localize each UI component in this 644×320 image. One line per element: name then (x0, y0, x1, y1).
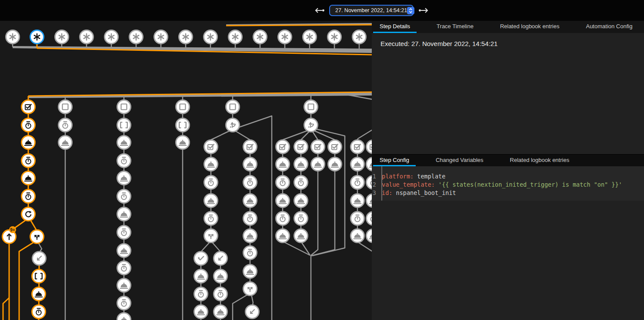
graph-node-square[interactable] (59, 100, 72, 114)
graph-node-timer[interactable] (276, 176, 290, 189)
graph-node-split[interactable] (204, 229, 218, 243)
graph-node-split[interactable] (30, 230, 44, 244)
tab-step-details[interactable]: Step Details (373, 21, 417, 33)
graph-node-bell[interactable] (294, 158, 308, 171)
graph-node-square[interactable] (117, 100, 131, 114)
graph-node-bell[interactable] (32, 287, 46, 301)
graph-node-check[interactable] (244, 140, 257, 154)
graph-node-asterisk[interactable] (55, 30, 69, 44)
graph-node-bell[interactable] (117, 244, 131, 257)
graph-node-timer[interactable] (244, 176, 257, 189)
graph-node-check[interactable] (328, 140, 342, 154)
graph-node-bell[interactable] (351, 194, 364, 208)
tab-step-config[interactable]: Step Config (373, 155, 416, 166)
graph-node-bell[interactable] (244, 229, 257, 243)
graph-node-bell[interactable] (117, 313, 131, 320)
graph-node-asterisk[interactable] (204, 30, 217, 44)
graph-node-timer[interactable] (22, 119, 35, 132)
graph-node-timer[interactable] (351, 212, 364, 225)
graph-node-bell[interactable] (294, 229, 308, 243)
graph-node-check[interactable] (22, 100, 35, 114)
graph-node-asterisk[interactable] (154, 30, 168, 44)
graph-node-split[interactable] (244, 282, 257, 296)
graph-node-bell[interactable] (328, 158, 342, 171)
graph-node-timer[interactable] (294, 212, 308, 225)
graph-node-asterisk[interactable] (6, 30, 20, 44)
graph-node-asterisk[interactable] (130, 30, 143, 44)
graph-node-bell[interactable] (194, 305, 208, 319)
graph-node-bell[interactable] (194, 270, 208, 283)
graph-node-bell[interactable] (117, 172, 131, 185)
graph-node-asterisk[interactable] (229, 30, 242, 44)
graph-node-asterisk[interactable] (278, 30, 292, 44)
graph-node-timer[interactable] (194, 287, 208, 301)
graph-node-dl[interactable] (33, 252, 46, 265)
graph-node-check[interactable] (294, 140, 308, 154)
graph-node-timer[interactable] (204, 212, 218, 225)
graph-node-bell[interactable] (276, 194, 290, 208)
graph-node-bell[interactable] (367, 194, 372, 208)
graph-node-square[interactable] (304, 100, 318, 114)
graph-node-timer[interactable] (351, 176, 364, 189)
graph-node-bell[interactable] (244, 158, 257, 171)
graph-node-bell[interactable] (311, 158, 325, 171)
graph-node-brackets[interactable] (32, 270, 46, 283)
graph-node-refresh[interactable] (22, 208, 35, 221)
graph-node-square[interactable] (226, 100, 240, 114)
graph-node-timer[interactable] (117, 297, 131, 310)
graph-node-timer[interactable] (117, 261, 131, 275)
graph-node-bell[interactable] (276, 158, 290, 171)
graph-node-bell[interactable] (59, 136, 72, 149)
graph-node-timer[interactable] (244, 246, 257, 260)
graph-node-timer[interactable] (367, 176, 372, 189)
graph-node-bell[interactable] (276, 229, 290, 243)
graph-node-timer[interactable] (204, 176, 218, 189)
graph-node-bell[interactable] (117, 208, 131, 221)
graph-node-check[interactable] (367, 140, 372, 154)
graph-node-check[interactable] (276, 140, 290, 154)
graph-node-bell[interactable] (351, 229, 364, 243)
graph-node-timer[interactable] (32, 305, 46, 319)
graph-node-bell[interactable] (204, 194, 218, 208)
graph-node-dl[interactable] (246, 305, 259, 319)
graph-node-timer[interactable] (22, 154, 35, 168)
graph-node-bell[interactable] (176, 136, 190, 149)
graph-node-timer[interactable] (367, 212, 372, 225)
graph-node-checkarrow[interactable] (194, 252, 208, 265)
graph-node-brackets[interactable] (117, 119, 131, 132)
graph-node-timer[interactable] (22, 190, 35, 203)
graph-node-bell[interactable] (244, 265, 257, 278)
graph-node-bell[interactable] (367, 229, 372, 243)
graph-node-asterisk[interactable] (254, 30, 267, 44)
tab-related-logbook-entries[interactable]: Related logbook entries (504, 155, 576, 166)
graph-node-timer[interactable] (214, 287, 227, 301)
graph-node-timer[interactable] (244, 212, 257, 225)
tab-related-logbook-entries[interactable]: Related logbook entries (494, 21, 566, 33)
graph-node-asterisk[interactable] (303, 30, 317, 44)
graph-node-timer[interactable] (276, 212, 290, 225)
graph-node-brackets[interactable] (176, 119, 190, 132)
graph-node-bell[interactable] (214, 270, 227, 283)
graph-node-check[interactable] (204, 140, 218, 154)
graph-node-check[interactable] (311, 140, 325, 154)
tab-changed-variables[interactable]: Changed Variables (429, 155, 490, 166)
graph-node-timer[interactable] (117, 190, 131, 203)
graph-node-bell[interactable] (117, 136, 131, 149)
graph-node-bell[interactable] (367, 158, 372, 171)
graph-node-bell[interactable] (22, 172, 35, 185)
graph-node-asterisk[interactable] (328, 30, 341, 44)
graph-node-asterisk[interactable] (353, 30, 366, 44)
graph-node-bell[interactable] (351, 158, 364, 171)
graph-node-timer[interactable] (117, 154, 131, 168)
graph-node-timer[interactable] (117, 226, 131, 239)
graph-node-check[interactable] (351, 140, 364, 154)
graph-node-asterisk[interactable] (80, 30, 93, 44)
graph-node-bell[interactable] (244, 194, 257, 208)
tab-automation-config[interactable]: Automation Config (579, 21, 639, 33)
graph-node-bell[interactable] (204, 158, 218, 171)
trace-timestamp-select[interactable]: 27. November 2022, 14:54:21 (329, 5, 414, 16)
graph-node-asterisk[interactable] (30, 30, 44, 44)
graph-node-bell[interactable] (214, 305, 227, 319)
graph-node-timer[interactable] (294, 176, 308, 189)
tab-trace-timeline[interactable]: Trace Timeline (430, 21, 480, 33)
